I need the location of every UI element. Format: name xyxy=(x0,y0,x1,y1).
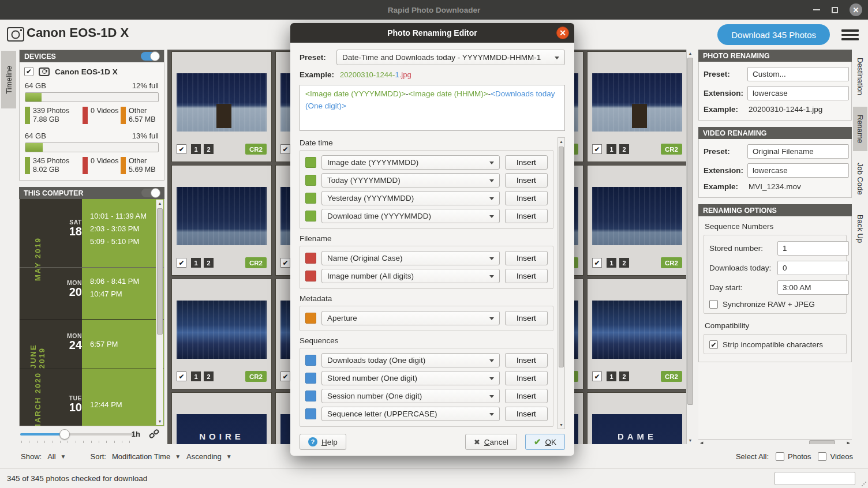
show-dropdown[interactable]: All▼ xyxy=(47,452,66,461)
thumbnail-checkbox[interactable]: ✔ xyxy=(592,258,602,268)
insert-button[interactable]: Insert xyxy=(505,371,548,385)
scroll-up-icon[interactable]: ▲ xyxy=(558,140,564,144)
device-row[interactable]: ✔ Canon EOS-1D X xyxy=(20,62,164,80)
maximize-icon[interactable] xyxy=(832,7,838,13)
tab-destination[interactable]: Destination xyxy=(853,50,867,103)
component-combobox[interactable]: Download time (YYYYMMDD) xyxy=(321,209,500,223)
resize-grip[interactable] xyxy=(862,482,866,486)
select-all-photos[interactable]: Photos xyxy=(776,452,811,461)
broken-link-icon[interactable] xyxy=(148,428,160,441)
select-all-videos[interactable]: Videos xyxy=(818,452,853,461)
thumbnail-checkbox[interactable]: ✔ xyxy=(280,371,290,381)
thumbnail-checkbox[interactable]: ✔ xyxy=(592,371,602,381)
synchronize-checkbox[interactable] xyxy=(709,300,718,309)
videos-checkbox[interactable] xyxy=(818,452,826,461)
scroll-down-icon[interactable]: ▼ xyxy=(156,419,163,423)
scroll-up-icon[interactable]: ▲ xyxy=(687,51,694,55)
photo-extension-combobox[interactable]: lowercase xyxy=(747,86,849,100)
thumbnail-checkbox[interactable]: ✔ xyxy=(280,258,290,268)
dialog-scrollbar[interactable]: ▲ ▼ xyxy=(558,137,565,429)
photo-thumbnail[interactable]: NOIRE ✔ 1 2 CR2 xyxy=(172,393,271,444)
storage1-size: 64 GB xyxy=(25,81,46,90)
component-combobox[interactable]: Downloads today (One digit) xyxy=(321,353,500,367)
scroll-down-icon[interactable]: ▼ xyxy=(687,438,694,442)
stored-number-spinbox[interactable]: 1 xyxy=(777,241,849,256)
strip-characters-checkbox[interactable]: ✔ xyxy=(709,340,718,349)
scroll-down-icon[interactable]: ▼ xyxy=(558,423,564,427)
synchronize-raw-jpeg-row[interactable]: Synchronize RAW + JPEG xyxy=(709,300,841,309)
cancel-button[interactable]: ✖ Cancel xyxy=(465,434,517,450)
photo-thumbnail[interactable]: ✔ 1 2 CR2 xyxy=(172,279,271,389)
devices-toggle[interactable] xyxy=(141,52,159,61)
photo-thumbnail[interactable]: ✔ 1 2 CR2 xyxy=(172,52,271,162)
scrollbar-thumb[interactable] xyxy=(687,58,693,405)
preset-combobox[interactable]: Date-Time and Downloads today - YYYYMMDD… xyxy=(336,50,565,65)
sort-order-dropdown[interactable]: Ascending▼ xyxy=(186,452,232,461)
tab-timeline[interactable]: Timeline xyxy=(1,51,16,108)
dialog-titlebar[interactable]: Photo Renaming Editor ✕ xyxy=(290,23,574,43)
insert-button[interactable]: Insert xyxy=(505,251,548,265)
thumbnail-checkbox[interactable]: ✔ xyxy=(177,258,186,268)
rename-pattern-editor[interactable]: <Image date (YYYYMMDD)>-<Image date (HHM… xyxy=(300,85,565,131)
component-combobox[interactable]: Name (Original Case) xyxy=(321,251,500,265)
insert-button[interactable]: Insert xyxy=(505,389,548,403)
insert-button[interactable]: Insert xyxy=(505,173,548,187)
photo-renaming-box: Preset: Custom... Extension: lowercase E… xyxy=(698,62,852,121)
downloads-today-spinbox[interactable]: 0 xyxy=(777,261,849,275)
dialog-close-icon[interactable]: ✕ xyxy=(556,27,569,39)
photo-preset-combobox[interactable]: Custom... xyxy=(747,67,849,81)
day-start-timebox[interactable]: 3:00 AM xyxy=(777,280,849,295)
strip-characters-row[interactable]: ✔ Strip incompatible characters xyxy=(709,340,841,349)
thumbnail-checkbox[interactable]: ✔ xyxy=(592,144,602,154)
tab-job-code[interactable]: Job Code xyxy=(853,155,867,203)
component-combobox[interactable]: Image number (All digits) xyxy=(321,269,500,283)
insert-button[interactable]: Insert xyxy=(505,407,548,421)
timeline-scrollbar[interactable]: ▲ ▼ xyxy=(156,200,163,425)
jobcode-badge-2: 2 xyxy=(204,144,214,154)
video-preset-combobox[interactable]: Original Filename xyxy=(747,144,849,159)
photo-thumbnail[interactable]: ✔ 1 2 CR2 xyxy=(588,166,687,275)
component-combobox[interactable]: Sequence letter (UPPERCASE) xyxy=(321,407,500,421)
slider-handle[interactable] xyxy=(59,429,70,440)
close-icon[interactable]: ✕ xyxy=(850,3,862,16)
insert-button[interactable]: Insert xyxy=(505,209,548,223)
component-combobox[interactable]: Aperture xyxy=(321,311,500,325)
section-label-sequences: Sequences xyxy=(300,336,553,345)
tab-rename[interactable]: Rename xyxy=(853,107,867,151)
insert-button[interactable]: Insert xyxy=(505,311,548,325)
ok-button[interactable]: ✔ OK xyxy=(525,434,565,450)
component-combobox[interactable]: Stored number (One digit) xyxy=(321,371,500,385)
insert-button[interactable]: Insert xyxy=(505,353,548,367)
component-combobox[interactable]: Today (YYYYMMDD) xyxy=(321,173,500,187)
jobcode-badge-1: 1 xyxy=(191,371,201,381)
this-computer-toggle[interactable] xyxy=(141,189,160,197)
tab-back-up[interactable]: Back Up xyxy=(853,207,867,251)
thumbnails-scrollbar[interactable]: ▲ ▼ xyxy=(686,50,694,444)
sort-dropdown[interactable]: Modification Time▼ xyxy=(112,452,181,461)
scrollbar-thumb[interactable] xyxy=(559,147,564,367)
download-button[interactable]: Download 345 Photos xyxy=(717,24,830,45)
component-combobox[interactable]: Session number (One digit) xyxy=(321,389,500,403)
timeline-view[interactable]: MAY 2019 SAT 18 10:01 - 11:39 AM 2:03 - … xyxy=(19,199,164,426)
insert-button[interactable]: Insert xyxy=(505,269,548,283)
photo-thumbnail[interactable]: DAME ✔ 1 2 CR2 xyxy=(588,393,687,444)
photos-swatch xyxy=(25,157,30,174)
scrollbar-thumb[interactable] xyxy=(157,208,163,335)
menu-icon[interactable] xyxy=(841,29,859,40)
photo-thumbnail[interactable]: ✔ 1 2 CR2 xyxy=(588,52,687,162)
help-button[interactable]: ? Help xyxy=(300,434,346,450)
insert-button[interactable]: Insert xyxy=(505,191,548,205)
thumbnail-checkbox[interactable]: ✔ xyxy=(177,371,186,381)
device-checkbox[interactable]: ✔ xyxy=(24,67,33,76)
thumbnail-checkbox[interactable]: ✔ xyxy=(177,144,186,154)
minimize-icon[interactable] xyxy=(813,9,820,10)
component-combobox[interactable]: Image date (YYYYMMDD) xyxy=(321,155,500,170)
video-extension-combobox[interactable]: lowercase xyxy=(747,163,849,178)
insert-button[interactable]: Insert xyxy=(505,155,548,170)
component-combobox[interactable]: Yesterday (YYYYMMDD) xyxy=(321,191,500,205)
photo-thumbnail[interactable]: ✔ 1 2 CR2 xyxy=(172,166,271,275)
thumbnail-checkbox[interactable]: ✔ xyxy=(280,144,290,154)
photos-checkbox[interactable] xyxy=(776,452,784,461)
scroll-up-icon[interactable]: ▲ xyxy=(156,201,163,205)
photo-thumbnail[interactable]: ✔ 1 2 CR2 xyxy=(588,279,687,389)
